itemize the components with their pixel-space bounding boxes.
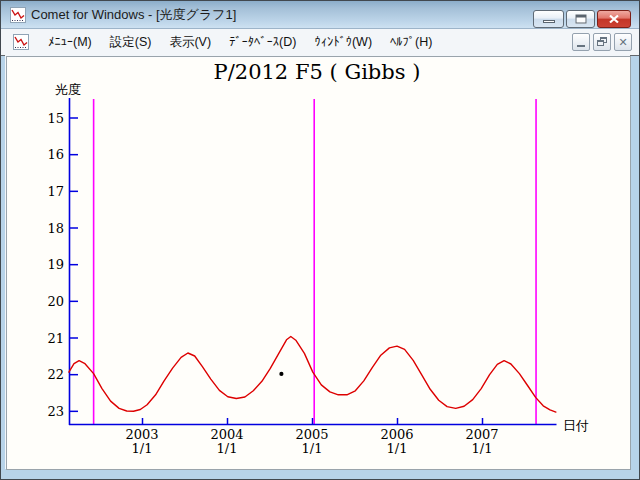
title-bar[interactable]: Comet for Windows - [光度グラフ1]: [1, 1, 639, 29]
x-axis-label: 日付: [563, 417, 589, 435]
close-button[interactable]: [597, 10, 631, 28]
menu-item-window[interactable]: ｳｨﾝﾄﾞｳ(W): [305, 32, 381, 52]
mdi-close-button[interactable]: ✕: [614, 33, 632, 51]
maximize-button[interactable]: [566, 10, 595, 28]
chart-title: P/2012 F5 ( Gibbs ): [7, 60, 627, 84]
minimize-icon: [543, 20, 555, 23]
mdi-minimize-icon: [577, 45, 585, 47]
minimize-button[interactable]: [533, 10, 564, 28]
y-axis-label: 光度: [55, 81, 81, 99]
close-icon: [609, 15, 620, 24]
menu-item-menu[interactable]: ﾒﾆｭｰ(M): [39, 32, 101, 52]
menu-item-view[interactable]: 表示(V): [160, 31, 220, 54]
menu-item-database[interactable]: ﾃﾞｰﾀﾍﾞｰｽ(D): [220, 32, 305, 52]
window-title: Comet for Windows - [光度グラフ1]: [31, 1, 236, 29]
mdi-minimize-button[interactable]: [572, 33, 590, 51]
app-icon[interactable]: [10, 7, 26, 23]
menu-item-help[interactable]: ﾍﾙﾌﾟ(H): [381, 32, 441, 52]
app-window: Comet for Windows - [光度グラフ1]: [0, 0, 640, 480]
mdi-document-icon[interactable]: [13, 34, 29, 50]
menu-bar: ﾒﾆｭｰ(M) 設定(S) 表示(V) ﾃﾞｰﾀﾍﾞｰｽ(D) ｳｨﾝﾄﾞｳ(W…: [1, 29, 639, 56]
maximize-icon: [575, 15, 586, 24]
menu-item-settings[interactable]: 設定(S): [101, 31, 161, 54]
mdi-restore-button[interactable]: [593, 33, 611, 51]
chart-client-area: [6, 56, 631, 470]
